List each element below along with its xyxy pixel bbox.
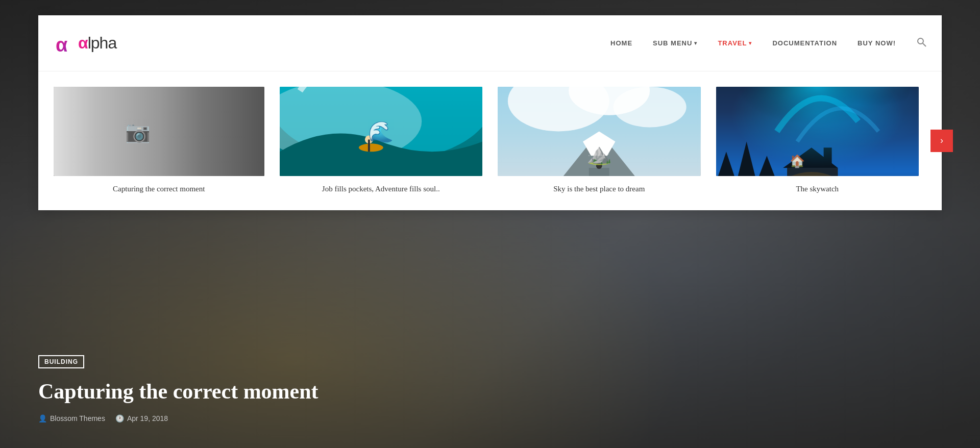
svg-point-18 <box>364 135 373 143</box>
svg-rect-6 <box>211 89 254 121</box>
post-title: Job fills pockets, Adventure fills soul.… <box>280 183 483 195</box>
nav-menu: HOME SUB MENU ▾ TRAVEL ▾ DOCUMENTATION B… <box>610 39 896 47</box>
post-date: Apr 19, 2018 <box>127 414 168 422</box>
hero-date: 🕐 Apr 19, 2018 <box>115 414 168 422</box>
svg-rect-7 <box>211 132 254 163</box>
svg-point-9 <box>113 87 155 110</box>
thumb-image-1 <box>54 87 264 176</box>
svg-point-12 <box>130 87 146 104</box>
category-badge[interactable]: BUILDING <box>38 355 84 368</box>
nav-item-documentation[interactable]: DOCUMENTATION <box>772 39 837 47</box>
hero-bottom: BUILDING Capturing the correct moment 👤 … <box>0 295 980 448</box>
search-button[interactable] <box>916 37 926 49</box>
thumb-image-2 <box>280 87 483 176</box>
post-thumbnail <box>498 87 701 176</box>
hero-title: Capturing the correct moment <box>38 379 942 404</box>
svg-text:α: α <box>56 34 67 55</box>
thumb-image-3 <box>498 87 701 176</box>
thumb-image-4 <box>716 87 919 176</box>
post-title: The skywatch <box>716 183 919 195</box>
nav-item-buynow[interactable]: BUY NOW! <box>857 39 896 47</box>
post-item[interactable]: Sky is the best place to dream <box>490 87 708 195</box>
nav-item-home[interactable]: HOME <box>610 39 632 47</box>
navbar: α αlpha HOME SUB MENU ▾ TRAVEL ▾ DOCUMEN… <box>38 15 942 71</box>
svg-point-28 <box>596 163 602 169</box>
hero-meta: 👤 Blossom Themes 🕐 Apr 19, 2018 <box>38 414 942 422</box>
post-item[interactable]: Job fills pockets, Adventure fills soul.… <box>272 87 491 195</box>
submenu-chevron: ▾ <box>694 40 697 46</box>
svg-rect-27 <box>589 168 609 176</box>
nav-item-travel[interactable]: TRAVEL ▾ <box>718 39 752 47</box>
svg-point-17 <box>359 143 383 152</box>
svg-point-23 <box>614 87 687 128</box>
travel-chevron: ▾ <box>749 40 752 46</box>
svg-rect-29 <box>716 87 919 176</box>
date-icon: 🕐 <box>115 414 124 422</box>
svg-rect-3 <box>54 87 264 176</box>
logo-icon: α <box>54 32 76 55</box>
author-icon: 👤 <box>38 414 47 422</box>
svg-rect-42 <box>823 147 831 164</box>
svg-line-2 <box>923 43 926 46</box>
svg-point-13 <box>134 91 142 100</box>
hero-author: 👤 Blossom Themes <box>38 414 105 422</box>
logo[interactable]: α αlpha <box>54 32 116 55</box>
svg-point-1 <box>918 38 923 44</box>
svg-rect-38 <box>787 168 838 176</box>
next-button[interactable]: › <box>930 130 953 152</box>
svg-point-41 <box>781 172 842 176</box>
nav-item-submenu[interactable]: SUB MENU ▾ <box>653 39 697 47</box>
post-thumbnail <box>54 87 264 176</box>
author-name: Blossom Themes <box>50 414 105 422</box>
search-icon <box>916 37 926 47</box>
post-title: Sky is the best place to dream <box>498 183 701 195</box>
post-title: Capturing the correct moment <box>54 183 264 195</box>
svg-rect-4 <box>201 87 264 176</box>
main-card: α αlpha HOME SUB MENU ▾ TRAVEL ▾ DOCUMEN… <box>38 15 942 210</box>
post-thumbnail <box>280 87 483 176</box>
posts-grid: Capturing the correct moment <box>38 71 942 210</box>
svg-point-37 <box>787 87 909 121</box>
post-thumbnail <box>716 87 919 176</box>
svg-point-36 <box>736 87 898 141</box>
svg-rect-10 <box>100 110 167 176</box>
svg-marker-39 <box>783 147 838 168</box>
post-item[interactable]: Capturing the correct moment <box>54 87 272 195</box>
logo-text: αlpha <box>78 34 116 53</box>
svg-rect-11 <box>121 87 155 110</box>
post-item[interactable]: The skywatch <box>708 87 927 195</box>
